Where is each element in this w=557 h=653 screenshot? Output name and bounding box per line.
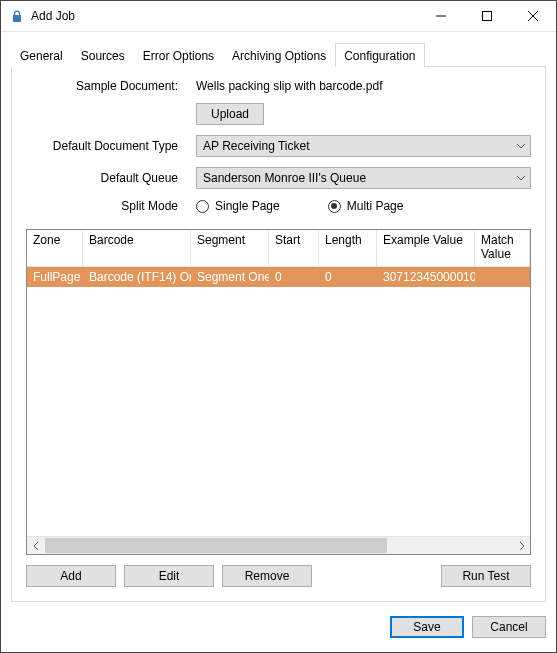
cell-barcode: Barcode (ITF14) One xyxy=(83,267,191,287)
run-test-button[interactable]: Run Test xyxy=(441,565,531,587)
default-queue-value: Sanderson Monroe III's Queue xyxy=(203,171,366,185)
split-mode-multi-radio[interactable]: Multi Page xyxy=(328,199,404,213)
table-row[interactable]: FullPage Barcode (ITF14) One Segment One… xyxy=(27,267,530,287)
col-match-value[interactable]: Match Value xyxy=(475,230,530,267)
cell-length: 0 xyxy=(319,267,377,287)
cell-match xyxy=(475,267,530,287)
horizontal-scrollbar[interactable] xyxy=(27,536,530,554)
tab-archiving-options[interactable]: Archiving Options xyxy=(223,43,335,67)
tab-general[interactable]: General xyxy=(11,43,72,67)
close-button[interactable] xyxy=(510,1,556,31)
split-mode-single-label: Single Page xyxy=(215,199,280,213)
maximize-button[interactable] xyxy=(464,1,510,31)
col-segment[interactable]: Segment xyxy=(191,230,269,267)
default-doc-type-label: Default Document Type xyxy=(26,139,196,153)
dialog-footer: Save Cancel xyxy=(1,602,556,652)
cancel-button[interactable]: Cancel xyxy=(472,616,546,638)
save-button[interactable]: Save xyxy=(390,616,464,638)
add-button[interactable]: Add xyxy=(26,565,116,587)
table-header: Zone Barcode Segment Start Length Exampl… xyxy=(27,230,530,267)
sample-document-value: Wells packing slip with barcode.pdf xyxy=(196,79,531,93)
col-length[interactable]: Length xyxy=(319,230,377,267)
tabstrip: General Sources Error Options Archiving … xyxy=(11,42,546,66)
col-barcode[interactable]: Barcode xyxy=(83,230,191,267)
col-start[interactable]: Start xyxy=(269,230,319,267)
default-queue-label: Default Queue xyxy=(26,171,196,185)
svg-rect-0 xyxy=(483,12,492,21)
tab-configuration[interactable]: Configuration xyxy=(335,43,424,67)
add-job-window: Add Job General Sources Error Options Ar… xyxy=(0,0,557,653)
scroll-left-icon[interactable] xyxy=(27,537,44,554)
default-doc-type-select[interactable]: AP Receiving Ticket xyxy=(196,135,531,157)
titlebar: Add Job xyxy=(1,1,556,32)
col-example-value[interactable]: Example Value xyxy=(377,230,475,267)
minimize-button[interactable] xyxy=(418,1,464,31)
cell-zone: FullPage xyxy=(27,267,83,287)
tab-panel-configuration: Sample Document: Wells packing slip with… xyxy=(11,66,546,602)
segment-table: Zone Barcode Segment Start Length Exampl… xyxy=(26,229,531,555)
table-actions: Add Edit Remove Run Test xyxy=(26,565,531,587)
split-mode-single-radio[interactable]: Single Page xyxy=(196,199,280,213)
lock-icon xyxy=(9,8,25,24)
chevron-down-icon xyxy=(516,176,526,181)
table-body: FullPage Barcode (ITF14) One Segment One… xyxy=(27,267,530,536)
default-doc-type-value: AP Receiving Ticket xyxy=(203,139,310,153)
cell-start: 0 xyxy=(269,267,319,287)
default-queue-select[interactable]: Sanderson Monroe III's Queue xyxy=(196,167,531,189)
edit-button[interactable]: Edit xyxy=(124,565,214,587)
cell-example: 30712345000010 xyxy=(377,267,475,287)
sample-document-label: Sample Document: xyxy=(26,79,196,93)
remove-button[interactable]: Remove xyxy=(222,565,312,587)
split-mode-multi-label: Multi Page xyxy=(347,199,404,213)
radio-checked-icon xyxy=(328,200,341,213)
tab-sources[interactable]: Sources xyxy=(72,43,134,67)
scroll-right-icon[interactable] xyxy=(513,537,530,554)
split-mode-label: Split Mode xyxy=(26,199,196,213)
cell-segment: Segment One xyxy=(191,267,269,287)
upload-button[interactable]: Upload xyxy=(196,103,264,125)
chevron-down-icon xyxy=(516,144,526,149)
tab-error-options[interactable]: Error Options xyxy=(134,43,223,67)
window-title: Add Job xyxy=(31,9,75,23)
col-zone[interactable]: Zone xyxy=(27,230,83,267)
scroll-thumb[interactable] xyxy=(45,538,387,553)
radio-unchecked-icon xyxy=(196,200,209,213)
